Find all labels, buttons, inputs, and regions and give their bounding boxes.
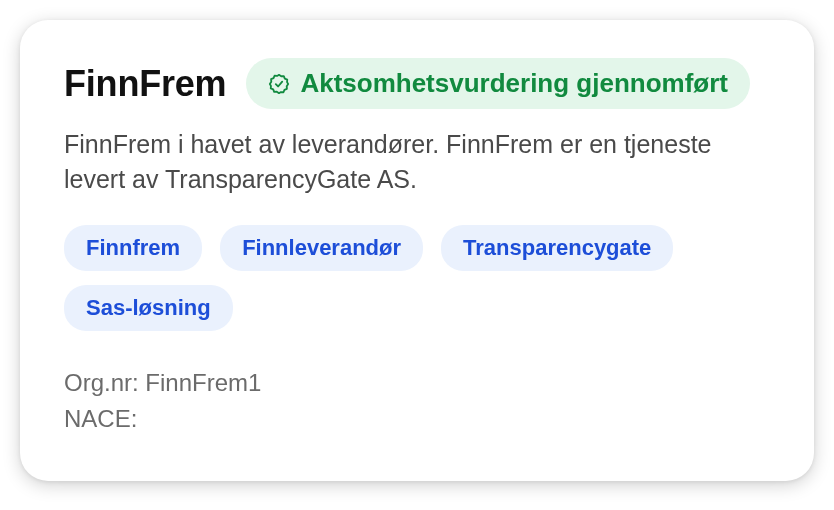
status-badge-label: Aktsomhetsvurdering gjennomført [300, 68, 728, 99]
meta-section: Org.nr: FinnFrem1 NACE: [64, 365, 770, 437]
nace-label: NACE: [64, 405, 137, 432]
tag-item[interactable]: Finnfrem [64, 225, 202, 271]
status-badge: Aktsomhetsvurdering gjennomført [246, 58, 750, 109]
orgnr-value: FinnFrem1 [145, 369, 261, 396]
orgnr-label: Org.nr: [64, 369, 139, 396]
nace-row: NACE: [64, 401, 770, 437]
company-description: FinnFrem i havet av leverandører. FinnFr… [64, 127, 770, 197]
tag-item[interactable]: Finnleverandør [220, 225, 423, 271]
company-card: FinnFrem Aktsomhetsvurdering gjennomført… [20, 20, 814, 481]
card-header: FinnFrem Aktsomhetsvurdering gjennomført [64, 58, 770, 109]
company-title: FinnFrem [64, 63, 226, 105]
check-badge-icon [268, 73, 290, 95]
tag-item[interactable]: Sas-løsning [64, 285, 233, 331]
tag-item[interactable]: Transparencygate [441, 225, 673, 271]
orgnr-row: Org.nr: FinnFrem1 [64, 365, 770, 401]
tag-list: Finnfrem Finnleverandør Transparencygate… [64, 225, 770, 331]
